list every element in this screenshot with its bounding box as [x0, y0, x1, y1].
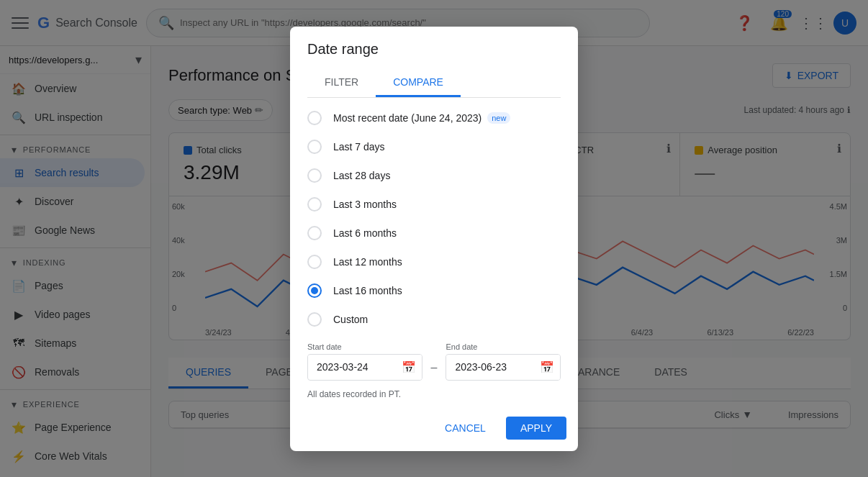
- option-label-12m: Last 12 months: [333, 256, 402, 268]
- modal-footer: CANCEL APPLY: [290, 411, 578, 451]
- start-date-input[interactable]: [308, 355, 396, 378]
- modal-tabs: FILTER COMPARE: [307, 69, 561, 98]
- modal-title: Date range: [307, 41, 561, 58]
- modal-tab-filter[interactable]: FILTER: [307, 69, 376, 97]
- option-label-6m: Last 6 months: [333, 227, 397, 239]
- option-last-3-months[interactable]: Last 3 months: [290, 190, 578, 219]
- modal-header: Date range FILTER COMPARE: [290, 27, 578, 98]
- option-label-28: Last 28 days: [333, 170, 390, 181]
- start-date-label: Start date: [307, 342, 422, 351]
- apply-button[interactable]: APPLY: [506, 417, 566, 440]
- option-custom[interactable]: Custom: [290, 305, 578, 334]
- radio-circle-16m: [307, 283, 322, 298]
- radio-circle-6m: [307, 226, 322, 240]
- option-last-28-days[interactable]: Last 28 days: [290, 161, 578, 190]
- option-label-3m: Last 3 months: [333, 199, 397, 210]
- modal-body: Most recent date (June 24, 2023) new Las…: [290, 98, 578, 411]
- radio-circle-28: [307, 168, 322, 183]
- end-date-input-wrap: 📅: [446, 354, 561, 381]
- radio-circle-custom: [307, 312, 322, 327]
- option-label-16m: Last 16 months: [333, 285, 402, 296]
- start-date-calendar-button[interactable]: 📅: [396, 355, 422, 380]
- option-label-most-recent: Most recent date (June 24, 2023) new: [333, 112, 510, 124]
- option-label-custom: Custom: [333, 314, 368, 325]
- pt-note: All dates recorded in PT.: [290, 386, 578, 405]
- modal-tab-compare[interactable]: COMPARE: [376, 69, 461, 97]
- option-last-6-months[interactable]: Last 6 months: [290, 219, 578, 247]
- cancel-button[interactable]: CANCEL: [430, 417, 500, 440]
- end-date-input[interactable]: [446, 355, 534, 378]
- option-label-7: Last 7 days: [333, 141, 385, 153]
- date-separator: –: [431, 348, 438, 374]
- radio-circle-3m: [307, 197, 322, 212]
- end-date-calendar-button[interactable]: 📅: [534, 355, 560, 380]
- radio-circle-most-recent: [307, 111, 322, 125]
- option-most-recent[interactable]: Most recent date (June 24, 2023) new: [290, 104, 578, 132]
- end-date-label: End date: [446, 342, 561, 351]
- option-last-7-days[interactable]: Last 7 days: [290, 132, 578, 161]
- date-range-modal: Date range FILTER COMPARE Most recent da…: [290, 27, 578, 451]
- end-date-field: End date 📅: [446, 342, 561, 381]
- radio-circle-12m: [307, 255, 322, 269]
- option-last-12-months[interactable]: Last 12 months: [290, 247, 578, 276]
- date-range-row: Start date 📅 – End date 📅: [290, 334, 578, 386]
- radio-circle-7: [307, 140, 322, 154]
- start-date-input-wrap: 📅: [307, 354, 422, 381]
- modal-overlay[interactable]: Date range FILTER COMPARE Most recent da…: [0, 0, 868, 477]
- option-last-16-months[interactable]: Last 16 months: [290, 276, 578, 305]
- start-date-field: Start date 📅: [307, 342, 422, 381]
- new-badge: new: [487, 112, 510, 124]
